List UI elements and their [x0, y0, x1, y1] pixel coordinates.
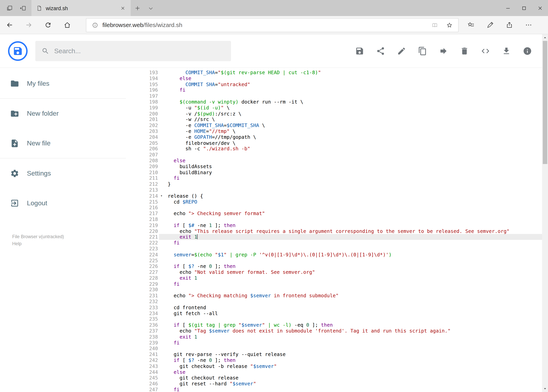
copy-button[interactable]: [418, 46, 427, 55]
code-line[interactable]: 230: [140, 287, 548, 293]
code-line[interactable]: 200 -v /$(pwd):/src:z \: [140, 111, 548, 117]
sidebar-item-logout[interactable]: Logout: [0, 188, 140, 218]
code-line[interactable]: 218: [140, 217, 548, 222]
share-button[interactable]: [376, 46, 385, 55]
site-info-button[interactable]: [88, 18, 102, 32]
code-line[interactable]: 237 echo "Tag $semver does not exist in …: [140, 328, 548, 334]
add-favorite-button[interactable]: [442, 18, 457, 32]
sidebar-item-settings[interactable]: Settings: [0, 158, 140, 188]
tab-dropdown-button[interactable]: [144, 0, 157, 16]
delete-button[interactable]: [460, 46, 469, 55]
search-box[interactable]: [35, 41, 231, 61]
new-tab-button[interactable]: [131, 0, 144, 16]
search-input[interactable]: [54, 47, 225, 55]
sidebar-item-my-files[interactable]: My files: [0, 69, 140, 98]
code-line[interactable]: 247 fi: [140, 387, 548, 392]
code-line[interactable]: 221 exit 1: [140, 234, 548, 240]
code-line[interactable]: 204 -e GOPATH=//tmp/gopath \: [140, 134, 548, 140]
code-line[interactable]: 215 cd $REPO: [140, 199, 548, 205]
code-line[interactable]: 201 -w //src \: [140, 117, 548, 123]
share-page-button[interactable]: [500, 16, 519, 34]
reading-view-button[interactable]: [428, 18, 442, 32]
code-line[interactable]: 198 $(command -v winpty) docker run --rm…: [140, 99, 548, 105]
address-bar[interactable]: filebrowser.web/files/wizard.sh: [86, 18, 458, 32]
move-button[interactable]: [439, 46, 448, 55]
page-scrollbar[interactable]: [542, 34, 548, 392]
code-line[interactable]: 199 -u "$(id -u)" \: [140, 105, 548, 111]
code-line[interactable]: 210 buildBinary: [140, 169, 548, 175]
code-editor[interactable]: 193 COMMIT_SHA="$(git rev-parse HEAD | c…: [140, 68, 548, 392]
code-line[interactable]: 234 git fetch --all: [140, 310, 548, 316]
code-line[interactable]: 226 if [ $? -ne 0 ]; then: [140, 263, 548, 269]
code-line[interactable]: 216: [140, 205, 548, 210]
code-line[interactable]: 236 if [ $(git tag | grep "$semver" | wc…: [140, 322, 548, 328]
home-button[interactable]: [58, 16, 77, 34]
code-line[interactable]: 242 if [ $? -ne 0 ]; then: [140, 357, 548, 363]
code-line[interactable]: 232: [140, 299, 548, 305]
code-line[interactable]: 220 echo "This release script requires a…: [140, 228, 548, 234]
code-line[interactable]: 203 -e HOME="//tmp" \: [140, 128, 548, 134]
code-line[interactable]: 207: [140, 152, 548, 158]
minimize-button[interactable]: [500, 0, 516, 16]
code-line[interactable]: 245 git checkout release: [140, 375, 548, 381]
code-line[interactable]: 240: [140, 346, 548, 351]
code-line[interactable]: 211 fi: [140, 175, 548, 181]
code-line[interactable]: 223: [140, 246, 548, 252]
tab-preview-button[interactable]: [3, 0, 16, 16]
code-line[interactable]: 206 sh -c "./wizard.sh -b": [140, 146, 548, 152]
code-line[interactable]: 238 exit 1: [140, 334, 548, 340]
refresh-button[interactable]: [38, 16, 57, 34]
code-view-button[interactable]: [481, 46, 490, 55]
code-line[interactable]: 202 -e COMMIT_SHA=$COMMIT_SHA \: [140, 123, 548, 128]
code-line[interactable]: 227 echo "Not valid semver format. See s…: [140, 269, 548, 275]
code-line[interactable]: 194 else: [140, 76, 548, 81]
code-line[interactable]: 222 fi: [140, 240, 548, 246]
scrollbar-thumb[interactable]: [543, 41, 547, 164]
save-button[interactable]: [355, 46, 364, 55]
edit-button[interactable]: [397, 46, 406, 55]
filebrowser-logo[interactable]: [8, 41, 28, 61]
sidebar-item-new-folder[interactable]: New folder: [0, 99, 140, 128]
code-line[interactable]: 229 fi: [140, 281, 548, 287]
forward-button[interactable]: [19, 16, 38, 34]
sidebar-item-new-file[interactable]: New file: [0, 128, 140, 158]
code-line[interactable]: 213: [140, 187, 548, 193]
code-line[interactable]: 228 exit 1: [140, 275, 548, 281]
code-line[interactable]: 193 COMMIT_SHA="$(git rev-parse HEAD | c…: [140, 70, 548, 76]
set-tabs-aside-button[interactable]: [16, 0, 29, 16]
code-line[interactable]: 212}: [140, 181, 548, 187]
code-line[interactable]: 243 git checkout -b release "$semver": [140, 363, 548, 369]
download-button[interactable]: [502, 46, 511, 55]
code-line[interactable]: 197: [140, 93, 548, 99]
more-button[interactable]: [519, 16, 538, 34]
code-line[interactable]: 219 if [ $# -ne 1 ]; then: [140, 222, 548, 228]
code-line[interactable]: 241 git rev-parse --verify --quiet relea…: [140, 351, 548, 357]
code-line[interactable]: 195 COMMIT_SHA="untracked": [140, 81, 548, 87]
code-line[interactable]: 217 echo "> Checking semver format": [140, 210, 548, 217]
tab-close-icon[interactable]: [118, 4, 127, 13]
scroll-down-arrow-icon[interactable]: [542, 386, 548, 392]
help-link[interactable]: Help: [12, 240, 141, 247]
code-line[interactable]: 239 fi: [140, 340, 548, 346]
back-button[interactable]: [0, 16, 19, 34]
web-note-button[interactable]: [480, 16, 500, 34]
url-text[interactable]: filebrowser.web/files/wizard.sh: [102, 21, 427, 28]
code-line[interactable]: 196 fi: [140, 87, 548, 93]
code-line[interactable]: 214▾release () {: [140, 193, 548, 199]
code-line[interactable]: 224 semver=$(echo "$1" | grep -P '^v(0|[…: [140, 252, 548, 258]
code-line[interactable]: 231 echo "> Checking matching $semver in…: [140, 293, 548, 299]
info-button[interactable]: [523, 46, 532, 55]
code-line[interactable]: 246 git reset --hard "$semver": [140, 381, 548, 387]
code-line[interactable]: 235: [140, 316, 548, 322]
code-line[interactable]: 244 else: [140, 369, 548, 375]
maximize-button[interactable]: [516, 0, 532, 16]
hub-button[interactable]: [461, 16, 480, 34]
code-line[interactable]: 205 filebrowser/dev \: [140, 140, 548, 146]
active-tab[interactable]: wizard.sh: [32, 0, 131, 16]
code-line[interactable]: 209 buildAssets: [140, 164, 548, 169]
scroll-up-arrow-icon[interactable]: [542, 35, 548, 41]
code-line[interactable]: 233 cd frontend: [140, 305, 548, 310]
code-line[interactable]: 225: [140, 258, 548, 263]
code-line[interactable]: 208 else: [140, 158, 548, 164]
fold-marker-icon[interactable]: ▾: [159, 193, 164, 199]
